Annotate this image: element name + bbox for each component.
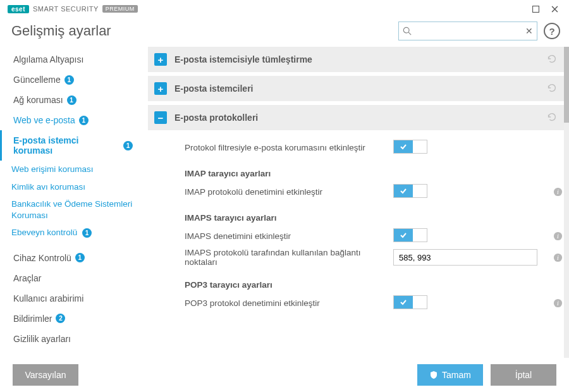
section-title: E-posta protokolleri xyxy=(174,113,258,123)
section-title: E-posta istemcisiyle tümleştirme xyxy=(174,54,312,64)
info-button[interactable]: i xyxy=(551,253,564,262)
svg-text:i: i xyxy=(557,233,559,240)
undo-icon xyxy=(546,53,558,64)
imaps-enable-toggle[interactable] xyxy=(393,228,427,242)
section-email-protocols[interactable]: − E-posta protokolleri xyxy=(148,105,564,130)
default-button[interactable]: Varsayılan xyxy=(13,364,78,386)
shield-icon xyxy=(429,371,438,379)
sidebar-item-label: Web ve e-posta xyxy=(13,115,75,125)
imap-enable-toggle[interactable] xyxy=(393,184,427,198)
sidebar-item-detection-engine[interactable]: Algılama Altyapısı xyxy=(0,49,142,70)
sidebar-sub-label: Ebeveyn kontrolü xyxy=(11,228,77,237)
sidebar-item-device-control[interactable]: Cihaz Kontrolü 1 xyxy=(0,248,142,268)
info-icon: i xyxy=(553,231,563,241)
sidebar-item-label: E-posta istemci koruması xyxy=(13,135,119,156)
sidebar-item-label: Bildirimler xyxy=(13,314,52,324)
svg-text:i: i xyxy=(557,300,559,307)
sidebar-item-network[interactable]: Ağ koruması 1 xyxy=(0,90,142,110)
imaps-ports-label: IMAPS protokolü tarafından kullanılan ba… xyxy=(185,248,393,267)
window-close-button[interactable] xyxy=(545,2,564,16)
undo-button[interactable] xyxy=(546,53,558,66)
undo-button[interactable] xyxy=(546,111,558,125)
sidebar-item-email-client-protection[interactable]: E-posta istemci koruması 1 xyxy=(0,130,142,161)
check-icon xyxy=(400,187,407,195)
check-icon xyxy=(400,143,407,150)
scrollbar-track[interactable] xyxy=(564,47,569,358)
sidebar-item-label: Cihaz Kontrolü xyxy=(13,253,71,263)
sidebar-item-label: Kullanıcı arabirimi xyxy=(13,293,83,303)
sidebar-sub-phishing[interactable]: Kimlik avı koruması xyxy=(0,178,142,196)
sidebar-item-label: Gizlilik ayarları xyxy=(13,334,71,344)
ok-button[interactable]: Tamam xyxy=(417,364,483,386)
svg-rect-0 xyxy=(532,6,539,12)
undo-button[interactable] xyxy=(546,82,558,95)
sidebar-sub-banking[interactable]: Bankacılık ve Ödeme Sistemleri Koruması xyxy=(0,195,142,224)
ok-label: Tamam xyxy=(442,370,471,380)
undo-icon xyxy=(546,82,558,94)
page-title: Gelişmiş ayarlar xyxy=(11,23,392,39)
titlebar: eset SMART SECURITY PREMIUM xyxy=(0,0,569,18)
cancel-button[interactable]: İptal xyxy=(491,364,556,386)
svg-text:i: i xyxy=(557,254,559,261)
info-button[interactable]: i xyxy=(551,187,564,197)
sidebar-item-label: Güncelleme xyxy=(13,75,61,85)
search-icon xyxy=(403,27,412,35)
svg-point-1 xyxy=(403,27,409,33)
sidebar-item-label: Araçlar xyxy=(13,273,41,283)
info-icon: i xyxy=(553,187,563,197)
brand: eset SMART SECURITY PREMIUM xyxy=(8,5,138,13)
section-email-integration[interactable]: + E-posta istemcisiyle tümleştirme xyxy=(148,47,564,72)
sidebar-item-tools[interactable]: Araçlar xyxy=(0,268,142,288)
sidebar-item-web-email[interactable]: Web ve e-posta 1 xyxy=(0,110,142,130)
info-icon: i xyxy=(553,298,563,308)
brand-eset-badge: eset xyxy=(8,5,29,13)
section-email-clients[interactable]: + E-posta istemcileri xyxy=(148,76,564,101)
sidebar: Algılama Altyapısı Güncelleme 1 Ağ korum… xyxy=(0,47,142,358)
badge-icon: 1 xyxy=(64,75,74,85)
sidebar-item-update[interactable]: Güncelleme 1 xyxy=(0,70,142,90)
sidebar-sub-parental[interactable]: Ebeveyn kontrolü 1 xyxy=(0,224,142,242)
section-title: E-posta istemcileri xyxy=(174,83,254,94)
close-icon xyxy=(551,6,558,13)
search-clear-button[interactable]: ✕ xyxy=(525,26,533,36)
info-button[interactable]: i xyxy=(551,298,564,308)
footer: Varsayılan Tamam İptal xyxy=(0,358,569,392)
help-button[interactable]: ? xyxy=(544,23,560,39)
badge-icon: 2 xyxy=(56,314,65,323)
header: Gelişmiş ayarlar ✕ ? xyxy=(0,18,569,47)
info-button[interactable]: i xyxy=(551,231,564,241)
badge-icon: 1 xyxy=(67,95,76,105)
content-panel: + E-posta istemcisiyle tümleştirme + E-p… xyxy=(142,47,569,358)
pop3-enable-label: POP3 protokol denetimini etkinleştir xyxy=(185,298,393,308)
maximize-icon xyxy=(532,6,539,13)
pop3-heading: POP3 tarayıcı ayarları xyxy=(185,269,564,293)
imaps-ports-input[interactable] xyxy=(393,249,537,266)
imaps-enable-label: IMAPS denetimini etkinleştir xyxy=(185,231,393,241)
brand-product: SMART SECURITY xyxy=(33,5,99,13)
expand-icon[interactable]: + xyxy=(154,53,167,66)
sidebar-item-notifications[interactable]: Bildirimler 2 xyxy=(0,309,142,329)
brand-edition: PREMIUM xyxy=(102,5,138,13)
sidebar-sub-web-access[interactable]: Web erişimi koruması xyxy=(0,161,142,178)
sidebar-item-ui[interactable]: Kullanıcı arabirimi xyxy=(0,288,142,309)
collapse-icon[interactable]: − xyxy=(154,111,167,124)
enable-protocol-filter-label: Protokol filtresiyle e-posta korumasını … xyxy=(185,143,393,152)
check-icon xyxy=(400,231,407,239)
sidebar-item-privacy[interactable]: Gizlilik ayarları xyxy=(0,329,142,349)
window-maximize-button[interactable] xyxy=(526,2,545,16)
badge-icon: 1 xyxy=(123,141,133,150)
badge-icon: 1 xyxy=(82,228,92,238)
enable-protocol-filter-toggle[interactable] xyxy=(393,140,427,154)
undo-icon xyxy=(546,111,558,123)
sidebar-item-label: Algılama Altyapısı xyxy=(13,54,83,64)
badge-icon: 1 xyxy=(79,116,89,125)
protocols-panel: Protokol filtresiyle e-posta korumasını … xyxy=(148,134,564,322)
scrollbar-thumb[interactable] xyxy=(564,47,569,123)
expand-icon[interactable]: + xyxy=(154,82,167,95)
imaps-heading: IMAPS tarayıcı ayarları xyxy=(185,202,564,226)
search-input[interactable] xyxy=(412,27,525,36)
imap-enable-label: IMAP protokolü denetimini etkinleştir xyxy=(185,187,393,197)
search-box[interactable]: ✕ xyxy=(398,21,537,40)
info-icon: i xyxy=(553,253,563,262)
pop3-enable-toggle[interactable] xyxy=(393,295,427,309)
